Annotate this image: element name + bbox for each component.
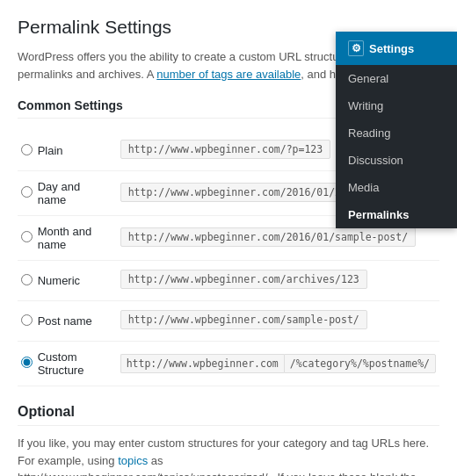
custom-radio[interactable] <box>21 357 33 368</box>
custom-url-container: http://www.wpbeginner.com /%category%/%p… <box>120 354 436 373</box>
table-row: Post name http://www.wpbeginner.com/samp… <box>18 301 439 342</box>
settings-icon: ⚙ <box>348 40 364 56</box>
optional-title: Optional <box>18 404 439 426</box>
month-label: Month and name <box>36 216 113 261</box>
optional-section: Optional If you like, you may enter cust… <box>18 404 439 476</box>
numeric-radio[interactable] <box>21 274 33 285</box>
postname-url: http://www.wpbeginner.com/sample-post/ <box>120 310 367 329</box>
settings-header-label: Settings <box>369 42 414 55</box>
dropdown-item-media[interactable]: Media <box>336 174 457 201</box>
day-label: Day and name <box>36 171 113 216</box>
custom-url-part1: http://www.wpbeginner.com <box>120 354 284 373</box>
postname-radio[interactable] <box>21 314 33 326</box>
month-radio[interactable] <box>21 231 33 242</box>
numeric-label: Numeric <box>36 261 113 301</box>
settings-dropdown-header: ⚙ Settings <box>336 32 457 65</box>
custom-url-part2: /%category%/%postname%/ <box>284 354 436 373</box>
topics-link[interactable]: topics <box>118 454 148 467</box>
day-url: http://www.wpbeginner.com/2016/01/2 <box>120 183 349 202</box>
plain-label: Plain <box>36 131 113 171</box>
plain-radio[interactable] <box>21 144 33 155</box>
optional-description: If you like, you may enter custom struct… <box>18 435 439 476</box>
postname-label: Post name <box>36 301 113 342</box>
custom-label: Custom Structure <box>36 342 113 386</box>
dropdown-item-general[interactable]: General <box>336 65 457 92</box>
numeric-url: http://www.wpbeginner.com/archives/123 <box>120 270 367 289</box>
settings-dropdown: ⚙ Settings General Writing Reading Discu… <box>336 32 457 228</box>
plain-url: http://www.wpbeginner.com/?p=123 <box>120 140 331 159</box>
dropdown-item-discussion[interactable]: Discussion <box>336 147 457 174</box>
table-row: Custom Structure http://www.wpbeginner.c… <box>18 342 439 386</box>
table-row: Numeric http://www.wpbeginner.com/archiv… <box>18 261 439 301</box>
day-radio[interactable] <box>21 186 33 198</box>
dropdown-item-reading[interactable]: Reading <box>336 119 457 147</box>
month-url: http://www.wpbeginner.com/2016/01/sample… <box>120 227 417 247</box>
tags-available-link[interactable]: number of tags are available <box>156 68 301 81</box>
dropdown-item-permalinks[interactable]: Permalinks <box>336 201 457 228</box>
dropdown-item-writing[interactable]: Writing <box>336 92 457 119</box>
